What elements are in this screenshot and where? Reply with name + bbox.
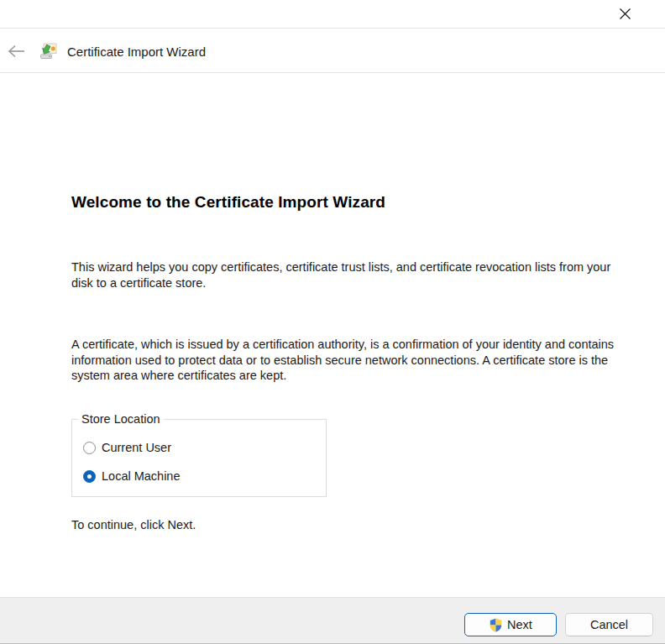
wizard-header: Certificate Import Wizard <box>0 28 665 73</box>
radio-option-local-machine[interactable]: Local Machine <box>83 469 181 484</box>
description-paragraph: A certificate, which is issued by a cert… <box>71 337 636 384</box>
close-button[interactable] <box>610 2 639 25</box>
continue-hint: To continue, click Next. <box>71 518 196 531</box>
next-button-label: Next <box>507 618 532 631</box>
arrow-left-icon <box>8 45 26 58</box>
cancel-button-label: Cancel <box>590 618 628 631</box>
uac-shield-icon <box>489 618 503 632</box>
radio-option-current-user[interactable]: Current User <box>83 440 171 455</box>
radio-local-machine-label[interactable]: Local Machine <box>102 469 181 483</box>
radio-current-user-label[interactable]: Current User <box>102 441 171 454</box>
wizard-page-body: Welcome to the Certificate Import Wizard… <box>0 73 665 597</box>
wizard-title: Certificate Import Wizard <box>67 29 206 74</box>
store-location-groupbox: Store Location Current User Local Machin… <box>71 419 327 497</box>
footer-bar: Next Cancel <box>0 597 665 643</box>
back-button[interactable] <box>4 39 29 63</box>
radio-local-machine[interactable] <box>83 470 96 483</box>
radio-current-user[interactable] <box>83 442 96 454</box>
radio-selected-dot <box>87 474 92 479</box>
store-location-legend: Store Location <box>78 412 164 426</box>
next-button[interactable]: Next <box>464 613 557 636</box>
intro-paragraph: This wizard helps you copy certificates,… <box>71 259 636 291</box>
certificate-import-wizard-window: Certificate Import Wizard Welcome to the… <box>0 0 665 644</box>
cancel-button[interactable]: Cancel <box>565 613 653 636</box>
close-icon <box>619 8 631 20</box>
certificate-import-icon <box>39 42 58 61</box>
titlebar <box>0 0 665 28</box>
page-heading: Welcome to the Certificate Import Wizard <box>71 193 385 212</box>
